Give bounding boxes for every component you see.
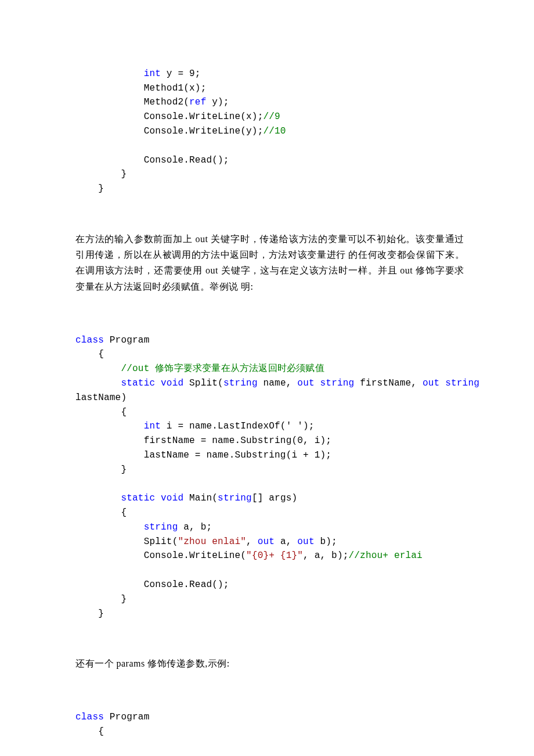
keyword-static: static bbox=[121, 493, 155, 503]
code-text: Method1(x); bbox=[144, 83, 207, 93]
keyword-string: string bbox=[320, 378, 355, 388]
code-text: Console.Read(); bbox=[144, 155, 229, 165]
keyword-void: void bbox=[161, 493, 183, 503]
keyword-class: class bbox=[75, 335, 104, 345]
keyword-string: string bbox=[223, 378, 258, 388]
code-text: , a, b); bbox=[303, 550, 348, 561]
comment: //10 bbox=[263, 126, 286, 136]
code-text: Console.WriteLine(y); bbox=[144, 126, 264, 136]
paragraph-1: 在方法的输入参数前面加上 out 关键字时，传递给该方法的变量可以不初始化。该变… bbox=[75, 231, 464, 294]
code-text: firstName = name.Substring(0, i); bbox=[144, 435, 331, 446]
keyword-ref: ref bbox=[189, 97, 206, 107]
code-text: lastName = name.Substring(i + 1); bbox=[144, 450, 331, 460]
code-block-1: int y = 9; Method1(x); Method2(ref y); C… bbox=[75, 52, 464, 196]
brace: } bbox=[98, 609, 104, 619]
keyword-static: static bbox=[121, 378, 155, 388]
code-text: Method2( bbox=[144, 97, 189, 107]
keyword-int: int bbox=[144, 421, 161, 431]
code-text: a, bbox=[275, 537, 297, 547]
code-text: Program bbox=[104, 335, 149, 345]
brace: } bbox=[121, 465, 127, 475]
code-text: lastName) bbox=[75, 393, 127, 403]
code-text: [] args) bbox=[252, 493, 297, 503]
code-text: Split( bbox=[144, 537, 178, 547]
string-literal: "zhou enlai" bbox=[178, 537, 246, 547]
string-literal: "{0}+ {1}" bbox=[246, 550, 303, 561]
code-text: y = 9; bbox=[161, 69, 201, 79]
code-text: Main( bbox=[183, 493, 218, 503]
keyword-void: void bbox=[161, 378, 183, 388]
code-text: firstName, bbox=[354, 378, 423, 388]
code-text: , bbox=[246, 537, 258, 547]
code-text: Console.WriteLine( bbox=[144, 550, 246, 561]
code-text: name, bbox=[258, 378, 298, 388]
keyword-out: out bbox=[258, 537, 275, 547]
keyword-string: string bbox=[445, 378, 479, 388]
keyword-string: string bbox=[218, 493, 252, 503]
code-text: Split( bbox=[183, 378, 223, 388]
brace: } bbox=[121, 594, 127, 604]
paragraph-2: 还有一个 params 修饰传递参数,示例: bbox=[75, 656, 464, 671]
brace: { bbox=[98, 349, 104, 359]
code-text: y); bbox=[206, 97, 229, 107]
comment: //out 修饰字要求变量在从方法返回时必须赋值 bbox=[121, 363, 324, 374]
keyword-out: out bbox=[297, 378, 314, 388]
brace: { bbox=[98, 726, 104, 737]
comment: //zhou+ erlai bbox=[349, 550, 423, 561]
code-text: a, b; bbox=[178, 522, 212, 532]
code-text: Program bbox=[104, 712, 149, 722]
keyword-out: out bbox=[423, 378, 439, 388]
keyword-string: string bbox=[144, 522, 178, 532]
code-block-2: class Program { //out 修饰字要求变量在从方法返回时必须赋值… bbox=[75, 319, 464, 621]
code-text: Console.Read(); bbox=[144, 579, 229, 590]
code-text: i = name.LastIndexOf(' '); bbox=[161, 421, 315, 431]
keyword-int: int bbox=[144, 69, 161, 79]
code-text: Console.WriteLine(x); bbox=[144, 111, 264, 122]
comment: //9 bbox=[263, 111, 280, 122]
code-text: b); bbox=[315, 537, 337, 547]
code-block-3: class Program { bbox=[75, 696, 464, 739]
keyword-out: out bbox=[297, 537, 314, 547]
keyword-class: class bbox=[75, 712, 104, 722]
